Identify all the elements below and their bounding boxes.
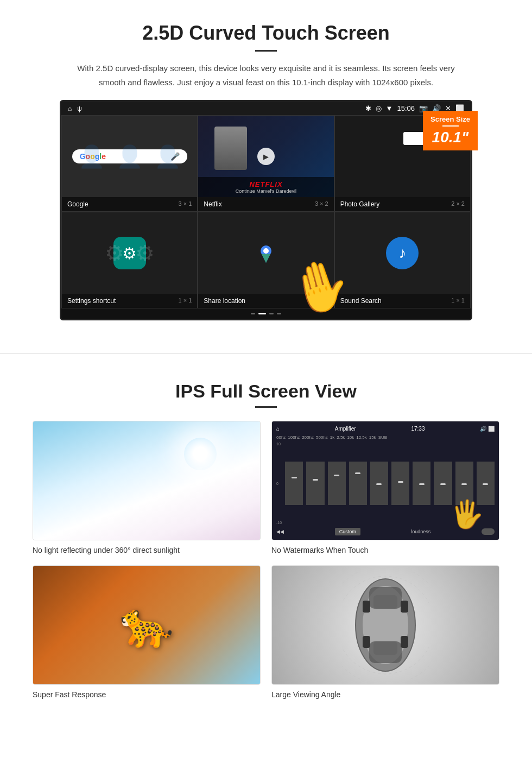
- feature-watermark: ⌂ Amplifier 17:33 🔊 ⬜ 60hz 100hz 200hz 5…: [271, 421, 499, 554]
- amp-slider-7[interactable]: [413, 462, 430, 505]
- page-dot-4: [277, 313, 281, 314]
- settings-app-cell[interactable]: ⚙ ⚙ ⚙ Settings shortcut 1 × 1: [61, 212, 198, 308]
- section-divider-line: [0, 353, 532, 354]
- amp-icons: 🔊 ⬜: [480, 426, 495, 432]
- clock: 15:06: [397, 104, 415, 112]
- feature-grid: No light reflecting under 360° direct su…: [33, 421, 499, 699]
- device-screen: ⌂ ψ ✱ ◎ ▼ 15:06 📷 🔊 ✕ ⬜: [60, 100, 472, 320]
- gallery-app-dim: 2 × 2: [451, 200, 465, 208]
- gallery-app-name: Photo Gallery: [340, 200, 380, 208]
- bg-icons: 👤 👤 👤: [62, 116, 197, 197]
- feature-sunlight-image: [33, 421, 261, 540]
- amp-slider-5[interactable]: [370, 462, 388, 505]
- amp-freq-60: 60hz: [276, 435, 286, 440]
- svg-rect-13: [373, 641, 397, 655]
- feature-sunlight: No light reflecting under 360° direct su…: [33, 421, 261, 554]
- feature-cheetah-image: 🐆: [33, 565, 261, 685]
- car-background: [272, 566, 499, 684]
- amp-db-0: 0: [276, 482, 282, 485]
- sky-background: [33, 421, 260, 540]
- amp-freq-200: 200hz: [302, 435, 314, 440]
- car-top-view-svg: [342, 571, 429, 679]
- amp-thumb-8: [440, 483, 446, 485]
- amp-slider-2[interactable]: [306, 462, 324, 505]
- amp-thumb-9: [461, 483, 467, 485]
- amp-sliders-area: 10 0 -10: [276, 442, 495, 525]
- feature-cheetah-caption: Super Fast Response: [33, 690, 261, 699]
- feature-sunlight-caption: No light reflecting under 360° direct su…: [33, 546, 261, 554]
- amp-loudness-label: loudness: [411, 529, 430, 534]
- share-app-name: Share location: [204, 297, 245, 305]
- netflix-app-cell[interactable]: ▶ NETFLIX Continue Marvel's Daredevil Ne…: [198, 115, 334, 212]
- amp-slider-1[interactable]: [285, 462, 303, 505]
- amp-freq-2k: 2.5k: [337, 435, 345, 440]
- gallery-label: Photo Gallery 2 × 2: [335, 197, 470, 211]
- svg-rect-10: [363, 636, 370, 648]
- section2-title: IPS Full Screen View: [33, 381, 499, 402]
- status-bar: ⌂ ψ ✱ ◎ ▼ 15:06 📷 🔊 ✕ ⬜: [61, 102, 471, 115]
- netflix-figure: [214, 127, 247, 170]
- amp-thumb-1: [292, 477, 297, 478]
- svg-rect-9: [401, 601, 408, 613]
- screen-size-badge: Screen Size 10.1": [423, 111, 478, 150]
- amp-home-icon: ⌂: [276, 426, 280, 432]
- amp-header: ⌂ Amplifier 17:33 🔊 ⬜: [276, 426, 495, 432]
- section1-description: With 2.5D curved-display screen, this de…: [76, 61, 456, 89]
- amp-slider-3[interactable]: [328, 462, 346, 505]
- settings-bg-icon-1: ⚙: [105, 241, 124, 266]
- amp-slider-4[interactable]: [349, 462, 367, 505]
- amp-freq-10k: 10k: [347, 435, 354, 440]
- amp-thumb-6: [398, 481, 403, 483]
- status-left: ⌂ ψ: [68, 105, 82, 112]
- sound-cell-inner: ♪: [335, 212, 470, 294]
- amp-freq-12k: 12.5k: [356, 435, 367, 440]
- netflix-logo-text: NETFLIX: [202, 180, 329, 188]
- usb-icon: ψ: [77, 105, 82, 112]
- section1-title: 2.5D Curved Touch Screen: [33, 22, 499, 45]
- sun-burst: [184, 438, 217, 470]
- netflix-subtitle: Continue Marvel's Daredevil: [202, 188, 329, 194]
- amp-thumb-3: [334, 475, 339, 476]
- netflix-app-name: Netflix: [204, 200, 221, 208]
- amp-db-labels: 10 0 -10: [276, 442, 284, 525]
- amp-freq-1k: 1k: [330, 435, 334, 440]
- bluetooth-icon: ✱: [365, 104, 371, 112]
- page-dot-1: [251, 313, 255, 314]
- netflix-cell-inner: ▶ NETFLIX Continue Marvel's Daredevil: [198, 116, 333, 197]
- amp-time: 17:33: [411, 426, 425, 432]
- page-dot-2: [258, 313, 266, 314]
- google-maps-icon: [252, 239, 280, 267]
- amp-freq-15k: 15k: [369, 435, 376, 440]
- location-icon: ◎: [376, 104, 382, 112]
- settings-cell-inner: ⚙ ⚙ ⚙: [62, 212, 197, 294]
- feature-car: Large Viewing Angle: [271, 565, 499, 699]
- amp-thumb-2: [313, 479, 318, 481]
- feature-watermark-caption: No Watermarks When Touch: [271, 546, 499, 554]
- feature-car-image: [271, 565, 499, 685]
- amp-title: Amplifier: [335, 426, 356, 432]
- section-curved-screen: 2.5D Curved Touch Screen With 2.5D curve…: [0, 0, 532, 337]
- netflix-play-btn[interactable]: ▶: [257, 148, 275, 165]
- netflix-label: Netflix 3 × 2: [198, 197, 333, 211]
- music-note-icon: ♪: [398, 244, 406, 262]
- sound-search-app-cell[interactable]: ♪ Sound Search 1 × 1: [334, 212, 471, 308]
- svg-point-1: [263, 248, 269, 254]
- amp-freq-100: 100hz: [288, 435, 300, 440]
- settings-label: Settings shortcut 1 × 1: [62, 294, 197, 308]
- amp-thumb-7: [419, 483, 425, 485]
- google-app-dim: 3 × 1: [179, 200, 192, 208]
- share-location-app-cell[interactable]: 🤚 Share location 1 × 1: [198, 212, 334, 308]
- settings-bg-icons: ⚙ ⚙: [62, 212, 197, 294]
- google-cell-inner: 👤 👤 👤 Google 🎤: [62, 116, 197, 197]
- bg-icon-1: 👤: [78, 144, 105, 169]
- settings-app-name: Settings shortcut: [67, 297, 116, 305]
- app-grid: 👤 👤 👤 Google 🎤 Google 3: [61, 115, 471, 308]
- feature-cheetah: 🐆 Super Fast Response: [33, 565, 261, 699]
- google-app-cell[interactable]: 👤 👤 👤 Google 🎤 Google 3: [61, 115, 198, 212]
- amp-slider-8[interactable]: [434, 462, 452, 505]
- title-divider: [255, 50, 277, 52]
- svg-marker-3: [262, 254, 270, 263]
- amp-slider-6[interactable]: [391, 462, 409, 505]
- cheetah-background: 🐆: [33, 566, 260, 684]
- amp-custom-btn[interactable]: Custom: [335, 528, 360, 535]
